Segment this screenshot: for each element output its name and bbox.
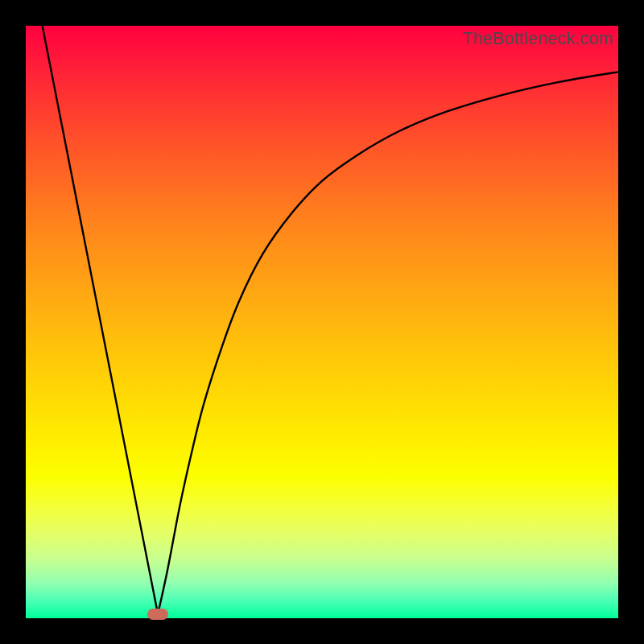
watermark-text: TheBottleneck.com [463,29,613,49]
min-marker [147,609,168,620]
chart-frame: TheBottleneck.com [0,0,644,644]
plot-area: TheBottleneck.com [26,26,618,618]
bottleneck-curve [26,26,618,618]
curve-path [43,26,618,614]
